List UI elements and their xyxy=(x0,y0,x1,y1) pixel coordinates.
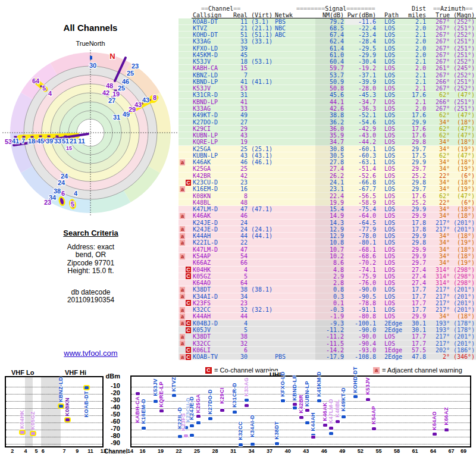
uhf-station-label: K45KM-D xyxy=(316,371,322,397)
uhf-station-label: KQRE-LP xyxy=(158,381,164,407)
magnetic-azimuth-cell: (18°) xyxy=(450,212,475,219)
path-cell: LOS xyxy=(384,300,409,306)
nm-db-cell: 59.7 xyxy=(315,65,344,71)
uhf-station-label: K34AI-D xyxy=(249,415,255,437)
path-cell: LOS xyxy=(384,165,409,172)
true-azimuth-cell: 267° xyxy=(427,38,450,45)
power-dbm-cell: -54.6 xyxy=(345,119,376,126)
table-row: aK38DT38(38.1)0.8-90.0LOS17.7217°(201°) xyxy=(178,286,476,293)
path-cell: LOS xyxy=(384,220,409,226)
uhf-station-label: KOHD-DT xyxy=(352,367,358,393)
nm-db-cell: 61.4 xyxy=(315,45,344,52)
real-channel-cell: 44 xyxy=(228,233,248,239)
real-channel-cell: 7 xyxy=(228,72,248,79)
magnetic-azimuth-cell: (186°) xyxy=(450,347,475,353)
power-dbm-cell: -64.5 xyxy=(345,220,376,226)
uhf-signal-bar xyxy=(142,427,146,430)
uhf-channel-tick: 28 xyxy=(209,448,222,454)
uhf-signal-bar xyxy=(190,434,194,437)
power-dbm-cell: -100.1 xyxy=(345,320,376,327)
path-cell: LOS xyxy=(384,52,409,58)
real-channel-cell: 5 xyxy=(228,273,248,280)
uhf-signal-bar xyxy=(342,415,346,418)
uhf-signal-bar xyxy=(366,398,370,401)
magnetic-azimuth-cell: (18°) xyxy=(450,246,475,253)
real-channel-cell: 18 xyxy=(228,58,248,65)
uhf-station-label: KUBN-LP xyxy=(304,381,310,406)
uhf-station-label: K27DO-D xyxy=(207,389,213,414)
distance-cell: 47.8 xyxy=(407,353,426,360)
path-cell: LOS xyxy=(384,186,409,192)
adjacent-warning-badge: a xyxy=(180,334,185,340)
uhf-channel-tick: 25 xyxy=(190,448,203,454)
radar-channel-label: 25 xyxy=(127,70,134,77)
true-azimuth-cell: 34° xyxy=(427,246,450,253)
power-dbm-cell: -70.2 xyxy=(345,259,376,266)
real-channel-cell: 6 xyxy=(228,347,248,353)
power-dbm-cell: -90.0 xyxy=(345,327,376,333)
table-row: CK04HK44.8-74.1LOS27.4314°(298°) xyxy=(178,267,476,273)
path-cell: LOS xyxy=(384,85,409,92)
network-cell: PBS xyxy=(275,353,296,360)
magnetic-azimuth-cell: (201°) xyxy=(450,286,475,293)
magnetic-azimuth-cell: (251°) xyxy=(450,52,475,58)
virtual-channel-cell: (3.1) xyxy=(251,18,277,25)
uhf-channel-tick: 55 xyxy=(372,448,385,454)
radar-channel-label: 64 xyxy=(32,77,40,84)
path-cell: LOS xyxy=(384,280,409,286)
magnetic-azimuth-cell: (252°) xyxy=(450,72,475,79)
real-channel-cell: 34 xyxy=(228,293,248,300)
distance-cell: 2.0 xyxy=(407,105,426,112)
magnetic-azimuth-cell: (47°) xyxy=(450,132,475,139)
distance-cell: 17.6 xyxy=(407,132,426,139)
uhf-signal-bar xyxy=(250,443,255,446)
magnetic-azimuth-cell: (47°) xyxy=(450,152,475,159)
distance-cell: 29.7 xyxy=(407,146,426,152)
distance-cell: 2.1 xyxy=(407,99,426,105)
table-row: K33AG33(33.1)62.4-28.4LOS2.0267°(251°) xyxy=(178,38,476,45)
uhf-signal-bar xyxy=(305,409,309,412)
path-cell: LOS xyxy=(384,146,409,152)
uhf-signal-bar xyxy=(154,400,158,403)
uhf-signal-bar xyxy=(172,394,176,397)
power-dbm-cell: -93.0 xyxy=(345,347,376,353)
real-channel-cell: 30 xyxy=(228,353,248,360)
magnetic-azimuth-cell: (252°) xyxy=(450,58,475,65)
vhf-station-label: K04HK xyxy=(19,410,25,429)
power-dbm-cell: -108.8 xyxy=(345,353,376,360)
table-row: aK32CC32-11.5-90.4LOS17.7217°(201°) xyxy=(178,340,476,347)
distance-cell: 29.9 xyxy=(407,159,426,165)
true-azimuth-cell: 34° xyxy=(427,212,450,219)
uhf-channel-tick: 34 xyxy=(245,448,258,454)
virtual-channel-cell: (21.1) xyxy=(251,25,277,32)
power-dbm-cell: -80.1 xyxy=(345,239,376,246)
virtual-channel-cell: (47.1) xyxy=(251,206,277,212)
dbm-gridline xyxy=(131,387,470,387)
real-channel-cell: 38 xyxy=(228,333,248,340)
magnetic-azimuth-cell: (252°) xyxy=(450,18,475,25)
power-dbm-cell: -63.1 xyxy=(345,159,376,165)
adjacent-warning-badge: a xyxy=(180,320,185,326)
power-dbm-cell: -68.6 xyxy=(345,253,376,259)
uhf-station-label: K46AK xyxy=(322,402,328,421)
nm-db-cell: 62.4 xyxy=(315,38,344,45)
real-channel-cell: 66 xyxy=(228,259,248,266)
true-azimuth-cell: 217° xyxy=(427,226,450,233)
nm-db-cell: 38.8 xyxy=(315,112,344,118)
path-cell: LOS xyxy=(384,259,409,266)
real-channel-cell: 25 xyxy=(228,146,248,152)
uhf-station-label: K48BL xyxy=(334,399,340,418)
vhf-channel-tick: 7 xyxy=(58,448,71,454)
nm-db-cell: 24.1 xyxy=(315,179,344,186)
adjacent-warning-badge: a xyxy=(180,226,185,232)
uhf-station-label: K42BR xyxy=(298,395,304,414)
tvfool-link[interactable]: www.tvfool.com xyxy=(64,349,117,358)
vhf-hi-label: VHF Hi xyxy=(63,369,88,376)
uhf-signal-bar xyxy=(317,399,321,402)
distance-cell: 29.8 xyxy=(407,239,426,246)
power-dbm-cell: -74.1 xyxy=(345,267,376,273)
magnetic-azimuth-cell: (201°) xyxy=(450,226,475,233)
table-row: K42BR4226.2-52.6LOS25.222°(6°) xyxy=(178,173,476,179)
adjacent-warning-badge: a xyxy=(180,293,185,299)
true-azimuth-cell: 261° xyxy=(427,65,450,71)
